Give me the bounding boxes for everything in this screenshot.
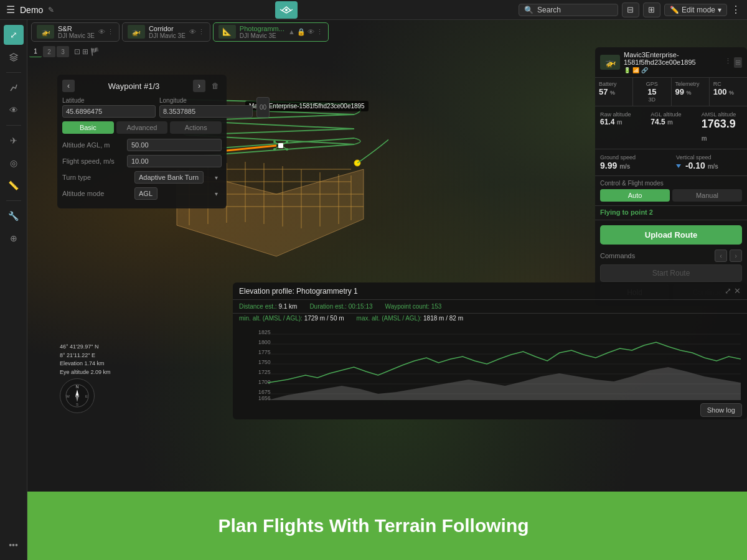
num-tab-3[interactable]: 3 <box>57 46 69 57</box>
svg-text:1825: 1825 <box>258 329 270 335</box>
manual-mode-button[interactable]: Manual <box>672 189 742 202</box>
alt-mode-select[interactable]: AGL <box>134 187 157 200</box>
sidebar-item-measure[interactable]: 📏 <box>4 175 24 195</box>
altitude-input[interactable] <box>127 139 222 151</box>
tab-actions-button[interactable]: Actions <box>170 121 222 134</box>
photo-lock-icon: 🔒 <box>297 28 306 36</box>
sidebar-item-drone[interactable]: ✈ <box>4 131 24 151</box>
waypoint-prev-button[interactable]: ‹ <box>62 80 75 92</box>
svg-text:E: E <box>85 394 88 398</box>
waypoint-next-button[interactable]: › <box>193 80 205 92</box>
sidebar-item-home[interactable]: ⤢ <box>4 25 24 45</box>
elevation-header: Elevation profile: Photogrammetry 1 ⤢ ✕ <box>233 282 747 300</box>
chevron-down-icon: ▾ <box>718 6 721 14</box>
svg-line-1 <box>280 9 282 11</box>
waypoint-title: Waypoint #1/3 <box>78 82 189 91</box>
map-area[interactable]: 🚁 S&R DJI Mavic 3E 👁 ⋮ 🚁 Corridor DJI Ma… <box>27 20 747 492</box>
elevation-title: Elevation profile: Photogrammetry 1 <box>239 287 725 296</box>
corridor-eye-icon[interactable]: 👁 <box>189 28 196 36</box>
sidebar-item-plus[interactable]: ⊕ <box>4 228 24 248</box>
longitude-input[interactable] <box>159 105 253 118</box>
show-log-button[interactable]: Show log <box>700 403 742 417</box>
sidebar-item-view[interactable]: 👁 <box>4 100 24 120</box>
photo-expand-icon[interactable]: ▲ <box>288 28 295 36</box>
commands-prev-button[interactable]: ‹ <box>715 250 727 262</box>
speed-label: Flight speed, m/s <box>62 157 123 165</box>
elevation-expand-icon[interactable]: ⤢ <box>725 286 731 296</box>
pencil-icon[interactable]: ✎ <box>48 6 54 14</box>
corridor-more-icon[interactable]: ⋮ <box>198 28 205 36</box>
app-title: Demo <box>20 5 43 15</box>
drone-map-icon <box>273 138 288 153</box>
edit-mode-button[interactable]: ✏️ Edit mode ▾ <box>664 4 727 16</box>
svg-text:W: W <box>66 394 70 398</box>
layers-icon[interactable]: ⊟ <box>622 2 639 17</box>
top-bar-left: ☰ Demo ✎ <box>0 4 60 16</box>
waypoint-panel: ‹ Waypoint #1/3 › 🗑 Latitude Longitude 0… <box>57 75 227 208</box>
turn-type-select[interactable]: Adaptive Bank Turn <box>134 171 204 184</box>
elevation-close-icon[interactable]: ✕ <box>734 286 741 296</box>
num-tab-1[interactable]: 1 <box>29 46 42 57</box>
mission-card-corridor[interactable]: 🚁 Corridor DJI Mavic 3E 👁 ⋮ <box>122 22 210 42</box>
sidebar-item-tools[interactable]: 🔧 <box>4 206 24 226</box>
vertical-speed-cell: Vertical speed -0.10 m/s <box>671 152 747 173</box>
more-options-icon[interactable]: ⋮ <box>731 4 741 16</box>
num-tab-2[interactable]: 2 <box>43 46 55 57</box>
svg-point-11 <box>286 148 288 151</box>
tab-basic-button[interactable]: Basic <box>62 121 114 134</box>
sar-more-icon[interactable]: ⋮ <box>107 28 114 36</box>
sidebar-item-route[interactable] <box>4 78 24 98</box>
top-bar: ☰ Demo ✎ 🔍 ⊟ ⊞ ✏️ Edit mode ▾ ⋮ <box>0 0 747 20</box>
corridor-drone: DJI Mavic 3E <box>149 32 186 39</box>
compass: N S W E <box>60 378 95 413</box>
left-sidebar: ⤢ 👁 ✈ ◎ 📏 🔧 ⊕ ••• <box>0 20 27 560</box>
photo-more-icon[interactable]: ⋮ <box>316 28 323 36</box>
sidebar-item-target[interactable]: ◎ <box>4 153 24 173</box>
mission-card-photogrammetry[interactable]: 📐 Photogramm... DJI Mavic 3E ▲ 🔒 👁 ⋮ <box>213 22 329 42</box>
photo-eye-icon[interactable]: 👁 <box>308 28 314 36</box>
flying-to-point: 2 <box>649 208 653 216</box>
app-logo <box>275 1 298 19</box>
drone-panel-header: 🚁 Mavic3Enterprise-1581f5fhd23ce00e1895 … <box>595 47 747 78</box>
bottom-banner: Plan Flights With Terrain Following <box>0 492 747 560</box>
search-input[interactable] <box>537 6 612 14</box>
top-bar-center <box>60 1 512 19</box>
tab-icon-2[interactable]: ⊞ <box>82 47 88 56</box>
drone-more-icon[interactable]: ⋮ <box>725 57 731 68</box>
num-tabs-row: 1 2 3 ⊡ ⊞ 🏴 <box>29 46 100 57</box>
coord-reset-button[interactable]: 00 <box>256 97 270 118</box>
commands-next-button[interactable]: › <box>730 250 742 262</box>
tab-icon-1[interactable]: ⊡ <box>74 47 80 56</box>
stack-icon[interactable]: ⊞ <box>643 2 660 17</box>
drone-split-icon[interactable]: ⊞ <box>734 57 742 68</box>
coord-row: Latitude Longitude 00 <box>62 97 222 118</box>
elevation-panel: Elevation profile: Photogrammetry 1 ⤢ ✕ … <box>233 282 747 419</box>
latitude-input[interactable] <box>62 105 156 118</box>
ground-speed-cell: Ground speed 9.99 m/s <box>595 152 671 173</box>
raw-altitude-cell: Raw altitude 61.4 m <box>595 109 646 146</box>
sar-eye-icon[interactable]: 👁 <box>98 28 105 36</box>
top-bar-right: 🔍 ⊟ ⊞ ✏️ Edit mode ▾ ⋮ <box>512 2 747 17</box>
tab-advanced-button[interactable]: Advanced <box>116 121 168 134</box>
svg-point-9 <box>286 141 288 143</box>
upload-route-button[interactable]: Upload Route <box>600 225 742 245</box>
turn-type-label: Turn type <box>62 174 131 181</box>
sar-label: S&R <box>58 25 95 32</box>
svg-rect-3 <box>278 143 283 148</box>
speed-input[interactable] <box>127 155 222 167</box>
banner-text: Plan Flights With Terrain Following <box>218 515 529 536</box>
svg-point-0 <box>285 9 288 11</box>
start-route-button[interactable]: Start Route <box>600 264 742 282</box>
edit-mode-icon: ✏️ <box>670 6 679 14</box>
mission-card-sar[interactable]: 🚁 S&R DJI Mavic 3E 👁 ⋮ <box>31 22 120 42</box>
sidebar-bottom: ••• <box>4 535 24 555</box>
tab-icon-3[interactable]: 🏴 <box>90 47 100 56</box>
hamburger-icon[interactable]: ☰ <box>6 4 15 16</box>
auto-mode-button[interactable]: Auto <box>600 189 670 202</box>
sidebar-item-more[interactable]: ••• <box>4 535 24 555</box>
sidebar-item-layers[interactable] <box>4 47 24 67</box>
waypoint-delete-button[interactable]: 🗑 <box>209 80 222 92</box>
commands-row: Commands ‹ › <box>595 250 747 264</box>
search-box[interactable]: 🔍 <box>519 4 618 16</box>
alt-mode-label: Altitude mode <box>62 190 131 197</box>
